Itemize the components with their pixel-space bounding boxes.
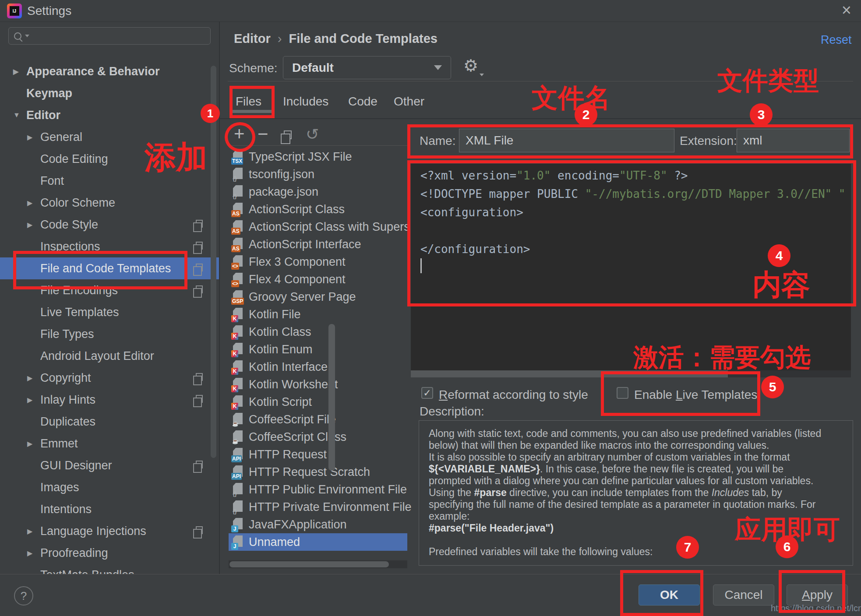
search-input[interactable] (29, 30, 210, 42)
sidebar-item-file-types[interactable]: File Types (0, 323, 219, 345)
template-item-package-json[interactable]: {}package.json (229, 183, 407, 201)
sidebar-item-gui-designer[interactable]: GUI Designer (0, 454, 219, 476)
sidebar-item-inspections[interactable]: Inspections (0, 236, 219, 257)
reset-link[interactable]: Reset (821, 33, 852, 47)
sidebar-item-android-layout-editor[interactable]: Android Layout Editor (0, 345, 219, 367)
sidebar-scrollbar[interactable] (211, 66, 216, 458)
help-button[interactable]: ? (14, 586, 33, 605)
template-item-groovy-server-page[interactable]: GSPGroovy Server Page (229, 288, 407, 306)
annotation-badge-5: 5 (761, 376, 784, 398)
text-run: ive Templates (683, 388, 758, 401)
enable-live-templates-checkbox[interactable] (617, 387, 628, 399)
tab-files[interactable]: Files (236, 95, 261, 109)
annotation-activate-note: 激活：需要勾选 (633, 341, 811, 375)
reformat-checkbox[interactable]: ✓ (421, 387, 433, 399)
template-item-label: Kotlin Script (249, 395, 312, 409)
sidebar-item-images[interactable]: Images (0, 476, 219, 498)
template-item-http-request-scratch[interactable]: APIHTTP Request Scratch (229, 463, 407, 481)
add-template-button[interactable]: + (234, 123, 245, 144)
settings-search-box[interactable] (8, 27, 211, 45)
sidebar-item-language-injections[interactable]: ▶Language Injections (0, 520, 219, 542)
remove-template-button[interactable]: − (258, 123, 268, 144)
copy-scheme-icon (196, 395, 203, 403)
chevron-right-icon[interactable]: ▶ (27, 221, 40, 229)
sidebar-item-appearance-behavior[interactable]: ▶Appearance & Behavior (0, 60, 219, 82)
template-item-flex-4-component[interactable]: <>Flex 4 Component (229, 271, 407, 288)
file-type-badge: K (231, 350, 238, 357)
tab-other[interactable]: Other (394, 95, 424, 109)
copy-template-button[interactable] (284, 130, 292, 139)
template-item-typescript-jsx-file[interactable]: TSXTypeScript JSX File (229, 148, 407, 165)
sidebar-item-code-style[interactable]: ▶Code Style (0, 214, 219, 236)
tab-code[interactable]: Code (348, 95, 378, 109)
enable-live-templates-label[interactable]: Enable Live Templates (634, 388, 757, 402)
gear-icon[interactable]: ⚙ (463, 56, 478, 75)
chevron-right-icon[interactable]: ▶ (27, 440, 40, 448)
template-item-kotlin-script[interactable]: KKotlin Script (229, 393, 407, 411)
template-item-kotlin-class[interactable]: KKotlin Class (229, 323, 407, 341)
template-item-unnamed[interactable]: JUnnamed (229, 533, 407, 551)
sidebar-item-label: Copyright (40, 371, 91, 385)
chevron-right-icon[interactable]: ▶ (27, 549, 40, 557)
sidebar-item-label: Language Injections (40, 524, 146, 538)
template-item-actionscript-class-with-supers[interactable]: ASActionScript Class with Supers (229, 218, 407, 236)
template-item-kotlin-enum[interactable]: KKotlin Enum (229, 341, 407, 358)
file-type-badge: J (231, 525, 238, 532)
template-item-http-public-environment-file[interactable]: {}HTTP Public Environment File (229, 481, 407, 498)
template-item-flex-3-component[interactable]: <>Flex 3 Component (229, 253, 407, 271)
template-item-http-private-environment-file[interactable]: {}HTTP Private Environment File (229, 498, 407, 516)
chevron-right-icon[interactable]: ▶ (13, 67, 26, 76)
scheme-dropdown[interactable]: Default (283, 56, 451, 79)
sidebar-item-keymap[interactable]: Keymap (0, 82, 219, 104)
sidebar-item-live-templates[interactable]: Live Templates (0, 301, 219, 323)
search-options-caret-icon[interactable] (25, 35, 29, 37)
template-item-coffeescript-file[interactable]: ☕CoffeeScript File (229, 411, 407, 428)
cancel-button[interactable]: Cancel (713, 584, 774, 605)
reformat-checkbox-label[interactable]: Reformat according to style (439, 388, 588, 402)
sidebar-item-copyright[interactable]: ▶Copyright (0, 367, 219, 389)
close-icon[interactable]: × (842, 1, 851, 20)
apply-button[interactable]: Apply (787, 584, 848, 605)
chevron-right-icon[interactable]: ▶ (27, 527, 40, 535)
chevron-right-icon[interactable]: ▶ (27, 374, 40, 382)
template-list-vscrollbar[interactable] (328, 324, 335, 471)
template-item-actionscript-class[interactable]: ASActionScript Class (229, 201, 407, 218)
chevron-down-icon[interactable]: ▼ (13, 111, 26, 119)
breadcrumb-editor[interactable]: Editor (234, 32, 271, 46)
template-list-hscrollbar[interactable] (229, 561, 389, 567)
sidebar-item-inlay-hints[interactable]: ▶Inlay Hints (0, 389, 219, 411)
sidebar-item-label: Inspections (40, 240, 100, 253)
file-type-badge: K (231, 368, 238, 375)
revert-button[interactable]: ↺ (306, 125, 319, 144)
sidebar-item-editor[interactable]: ▼Editor (0, 104, 219, 126)
extension-input[interactable]: xml (737, 129, 850, 152)
sidebar-item-intentions[interactable]: Intentions (0, 498, 219, 520)
sidebar-item-color-scheme[interactable]: ▶Color Scheme (0, 192, 219, 214)
copy-scheme-icon (196, 242, 203, 250)
template-item-kotlin-interface[interactable]: KKotlin Interface (229, 358, 407, 376)
template-item-kotlin-file[interactable]: KKotlin File (229, 306, 407, 323)
sidebar-item-file-and-code-templates[interactable]: File and Code Templates (0, 257, 219, 279)
sidebar-item-emmet[interactable]: ▶Emmet (0, 433, 219, 454)
sidebar-item-file-encodings[interactable]: File Encodings (0, 279, 219, 301)
template-item-coffeescript-class[interactable]: ☕CoffeeScript Class (229, 428, 407, 446)
name-input[interactable]: XML File (459, 129, 674, 152)
template-item-http-request[interactable]: APIHTTP Request (229, 446, 407, 463)
template-item-kotlin-worksheet[interactable]: KKotlin Worksheet (229, 376, 407, 393)
template-item-actionscript-interface[interactable]: ASActionScript Interface (229, 236, 407, 253)
sidebar-item-label: Images (40, 481, 79, 494)
chevron-right-icon[interactable]: ▶ (27, 199, 40, 207)
chevron-right-icon[interactable]: ▶ (27, 396, 40, 404)
ok-button[interactable]: OK (639, 584, 700, 605)
template-item-tsconfig-json[interactable]: {}tsconfig.json (229, 165, 407, 183)
sidebar-item-proofreading[interactable]: ▶Proofreading (0, 542, 219, 564)
sidebar-item-label: Appearance & Behavior (26, 65, 160, 78)
template-item-javafxapplication[interactable]: JJavaFXApplication (229, 516, 407, 533)
copy-scheme-icon (196, 373, 203, 381)
annotation-badge-7: 7 (676, 536, 699, 559)
description-line: Along with static text, code and comment… (429, 428, 843, 440)
tab-includes[interactable]: Includes (283, 95, 328, 109)
sidebar-item-duplicates[interactable]: Duplicates (0, 411, 219, 433)
chevron-right-icon[interactable]: ▶ (27, 133, 40, 141)
sidebar-item-textmate-bundles[interactable]: TextMate Bundles (0, 564, 219, 574)
